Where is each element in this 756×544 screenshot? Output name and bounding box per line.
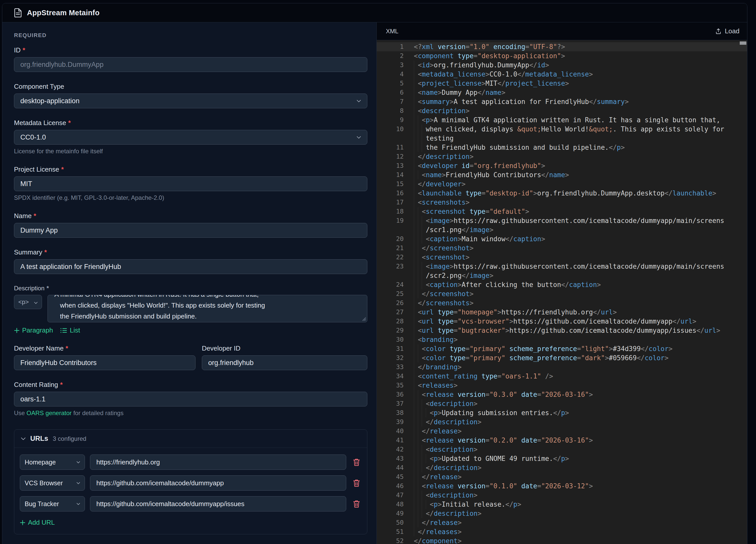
code-line: 19<image>https://raw.githubusercontent.c… bbox=[377, 216, 747, 234]
line-number: 31 bbox=[377, 344, 404, 353]
project-license-input[interactable] bbox=[14, 176, 367, 191]
metainfo-form: REQUIRED ID* Component Type desktop-appl… bbox=[2, 22, 377, 544]
code-line: 39</description> bbox=[377, 417, 747, 427]
code-line: 22<screenshot> bbox=[377, 253, 747, 262]
line-number: 27 bbox=[377, 308, 404, 317]
line-number: 47 bbox=[377, 491, 404, 500]
metadata-license-select[interactable]: CC0-1.0 bbox=[14, 130, 367, 145]
developer-id-input[interactable] bbox=[202, 355, 367, 370]
name-label: Name* bbox=[14, 212, 367, 220]
code-text: <p>Initial release.</p> bbox=[414, 500, 728, 509]
code-line: 9<p>A minimal GTK4 application written i… bbox=[377, 115, 747, 125]
add-url-button[interactable]: Add URL bbox=[20, 519, 361, 526]
code-line: 11the FriendlyHub submission and build p… bbox=[377, 143, 747, 152]
description-line: when clicked, displays "Hello World!". T… bbox=[54, 300, 360, 311]
line-number: 35 bbox=[377, 381, 404, 390]
add-list-button[interactable]: List bbox=[61, 326, 80, 334]
url-type-select[interactable]: Homepage bbox=[20, 455, 85, 470]
code-line: 26</screenshots> bbox=[377, 298, 747, 308]
line-number: 51 bbox=[377, 527, 404, 536]
code-line: 23<image>https://raw.githubusercontent.c… bbox=[377, 262, 747, 280]
code-text: </release> bbox=[414, 427, 728, 436]
required-asterisk: * bbox=[61, 165, 64, 173]
code-line: 27<url type="homepage">https://friendlyh… bbox=[377, 308, 747, 317]
add-paragraph-button[interactable]: Paragraph bbox=[14, 326, 53, 334]
chevron-down-icon bbox=[77, 461, 80, 463]
line-number: 52 bbox=[377, 536, 404, 544]
code-text: <branding> bbox=[414, 335, 728, 344]
line-number: 49 bbox=[377, 509, 404, 518]
id-label: ID* bbox=[14, 46, 367, 54]
line-number: 1 bbox=[377, 42, 404, 51]
line-number: 28 bbox=[377, 317, 404, 326]
oars-generator-link[interactable]: OARS generator bbox=[26, 410, 71, 416]
line-number: 11 bbox=[377, 143, 404, 152]
required-asterisk: * bbox=[23, 46, 25, 54]
url-input[interactable] bbox=[90, 496, 346, 511]
summary-input[interactable] bbox=[14, 259, 367, 274]
url-row: Homepage bbox=[20, 455, 361, 470]
code-line: 41<release version="0.2.0" date="2026-03… bbox=[377, 436, 747, 445]
delete-url-button[interactable] bbox=[351, 458, 361, 466]
field-summary: Summary* bbox=[14, 248, 367, 274]
code-line: 7<summary>A test application for Friendl… bbox=[377, 97, 747, 106]
summary-label: Summary* bbox=[14, 248, 367, 256]
code-line: 40</release> bbox=[377, 427, 747, 436]
component-type-select[interactable]: desktop-application bbox=[14, 94, 367, 108]
name-input[interactable] bbox=[14, 223, 367, 238]
paragraph-tag-select[interactable]: <p> bbox=[14, 295, 42, 309]
content-rating-helper: Use OARS generator for detailed ratings bbox=[14, 410, 367, 417]
load-button[interactable]: Load bbox=[715, 27, 739, 35]
code-text: <screenshots> bbox=[414, 198, 728, 207]
code-line: 30<branding> bbox=[377, 335, 747, 344]
id-input[interactable] bbox=[14, 57, 367, 72]
code-text: <caption>Main window</caption> bbox=[414, 234, 728, 244]
code-text: <image>https://raw.githubusercontent.com… bbox=[414, 216, 728, 234]
line-number: 24 bbox=[377, 280, 404, 289]
code-text: <developer id="org.friendlyhub"> bbox=[414, 161, 728, 170]
line-number: 34 bbox=[377, 372, 404, 381]
url-type-select[interactable]: VCS Browser bbox=[20, 475, 85, 491]
content-rating-input[interactable] bbox=[14, 392, 367, 406]
field-id: ID* bbox=[14, 46, 367, 72]
line-number: 21 bbox=[377, 244, 404, 253]
description-line: A minimal GTK4 application written in Ru… bbox=[54, 295, 360, 300]
document-icon bbox=[14, 8, 22, 18]
resize-handle-icon[interactable] bbox=[361, 316, 366, 321]
code-line: 35<releases> bbox=[377, 381, 747, 390]
url-type-value: VCS Browser bbox=[25, 479, 63, 487]
code-text: </release> bbox=[414, 518, 728, 527]
line-number: 8 bbox=[377, 106, 404, 115]
line-number: 4 bbox=[377, 70, 404, 79]
url-input[interactable] bbox=[90, 475, 346, 491]
url-row: Bug Tracker bbox=[20, 496, 361, 511]
component-type-label: Component Type bbox=[14, 83, 367, 90]
url-input[interactable] bbox=[90, 455, 346, 470]
metadata-license-helper: License for the metainfo file itself bbox=[14, 148, 367, 155]
code-text: <content_rating type="oars-1.1" /> bbox=[414, 372, 728, 381]
code-text: <p>Updating submission entries.</p> bbox=[414, 408, 728, 417]
url-type-select[interactable]: Bug Tracker bbox=[20, 496, 85, 511]
vertical-scrollbar[interactable] bbox=[740, 41, 746, 45]
project-license-label: Project License* bbox=[14, 165, 367, 173]
line-number: 2 bbox=[377, 51, 404, 61]
xml-panel-title: XML bbox=[386, 28, 398, 35]
description-textarea[interactable]: A minimal GTK4 application written in Ru… bbox=[48, 295, 367, 322]
line-number: 7 bbox=[377, 97, 404, 106]
code-line: 10when clicked, displays &quot;Hello Wor… bbox=[377, 125, 747, 143]
line-number: 19 bbox=[377, 216, 404, 234]
code-text: <color type="primary" scheme_preference=… bbox=[414, 353, 728, 362]
delete-url-button[interactable] bbox=[351, 479, 361, 487]
developer-name-input[interactable] bbox=[14, 355, 195, 370]
urls-group-header[interactable]: URLs 3 configured bbox=[14, 430, 367, 448]
code-text: the FriendlyHub submission and build pip… bbox=[414, 143, 728, 152]
required-section-label: REQUIRED bbox=[14, 32, 367, 39]
delete-url-button[interactable] bbox=[351, 500, 361, 508]
code-line: 48<p>Initial release.</p> bbox=[377, 500, 747, 509]
urls-group-title: URLs bbox=[30, 435, 48, 443]
code-text: <screenshot> bbox=[414, 253, 728, 262]
required-asterisk: * bbox=[34, 212, 36, 220]
code-line: 38<p>Updating submission entries.</p> bbox=[377, 408, 747, 417]
description-text: A minimal GTK4 application written in Ru… bbox=[54, 295, 360, 322]
code-line: 21</screenshot> bbox=[377, 244, 747, 253]
